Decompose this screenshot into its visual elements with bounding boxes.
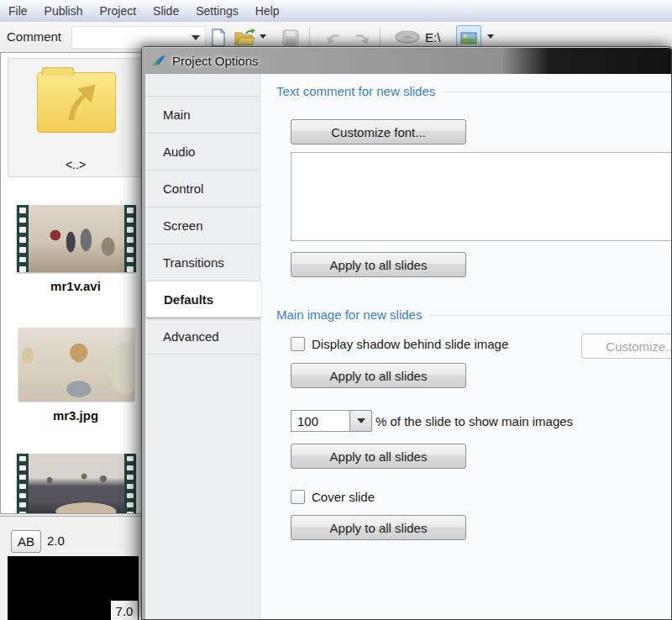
project-options-dialog: Project Options Main Audio Control Scree… <box>141 46 672 620</box>
chevron-down-icon <box>357 418 365 423</box>
menu-settings[interactable]: Settings <box>187 2 247 20</box>
parent-folder-item[interactable]: <..> <box>8 58 144 177</box>
tab-advanced[interactable]: Advanced <box>145 318 260 355</box>
view-dropdown-arrow-icon[interactable] <box>487 34 494 39</box>
redo-button[interactable] <box>349 26 373 49</box>
file-name-label: mr1v.avi <box>1 279 150 293</box>
video-thumbnail-mr1v[interactable] <box>17 205 136 272</box>
video-frame-image <box>29 205 124 272</box>
apply-percent-button[interactable]: Apply to all slides <box>291 444 466 469</box>
app-bird-icon <box>151 53 166 68</box>
comment-combobox[interactable] <box>71 26 206 49</box>
app-window: File Publish Project Slide Settings Help… <box>0 0 672 620</box>
dialog-tab-strip: Main Audio Control Screen Transitions De… <box>145 74 260 619</box>
filmstrip-edge <box>124 205 136 272</box>
customize-shadow-button[interactable]: Customize... <box>581 334 671 359</box>
cover-slide-checkbox-label: Cover slide <box>312 490 375 504</box>
save-button[interactable] <box>279 26 302 49</box>
tab-screen[interactable]: Screen <box>145 207 260 244</box>
menu-bar: File Publish Project Slide Settings Help <box>0 0 672 23</box>
apply-comment-button[interactable]: Apply to all slides <box>291 252 466 277</box>
menu-project[interactable]: Project <box>91 2 144 20</box>
percent-label: % of the slide to show main images <box>375 414 573 428</box>
photo-thumbnail-mr3[interactable] <box>18 328 134 401</box>
shadow-checkbox-row: Display shadow behind slide image <box>291 337 508 351</box>
toolbar-separator <box>380 28 381 47</box>
ab-button[interactable]: AB <box>11 530 41 553</box>
menu-slide[interactable]: Slide <box>144 2 187 20</box>
open-dropdown-arrow-icon[interactable] <box>260 34 266 39</box>
photo-image <box>18 328 134 401</box>
apply-cover-button[interactable]: Apply to all slides <box>291 515 466 540</box>
end-time-value: 7.0 <box>111 601 138 620</box>
section-header-label: Main image for new slides <box>276 307 422 322</box>
comment-label: Comment <box>7 29 61 44</box>
save-floppy-icon <box>282 29 299 46</box>
drive-path-label: E:\ <box>425 30 440 45</box>
section-header-rule <box>443 92 671 92</box>
section-header-rule <box>429 315 671 316</box>
redo-icon <box>352 30 370 45</box>
customize-font-button[interactable]: Customize font... <box>291 119 466 144</box>
new-document-icon <box>210 29 227 47</box>
new-project-button[interactable] <box>207 26 230 49</box>
parent-folder-label: <..> <box>8 158 143 171</box>
text-comment-section-header: Text comment for new slides <box>276 84 671 98</box>
drive-icon <box>394 29 421 46</box>
tab-transitions[interactable]: Transitions <box>145 244 260 281</box>
toolbar-separator <box>309 28 310 47</box>
file-list-panel: <..> mr1v.avi mr3.jpg <box>0 52 150 514</box>
filmstrip-edge <box>17 205 29 272</box>
video-frame-image <box>29 454 124 514</box>
comment-text-area[interactable] <box>291 152 671 241</box>
video-thumbnail[interactable] <box>17 454 136 514</box>
dialog-title-bar[interactable]: Project Options <box>142 47 671 73</box>
menu-help[interactable]: Help <box>247 2 288 20</box>
drive-button[interactable] <box>393 26 422 49</box>
tab-defaults[interactable]: Defaults <box>145 281 261 318</box>
filmstrip-edge <box>124 454 136 514</box>
menu-file[interactable]: File <box>0 2 36 20</box>
open-project-button[interactable] <box>234 26 255 49</box>
percent-combobox[interactable]: 100 <box>291 410 372 432</box>
timeline-panel: AB 2.0 7.0 <box>0 516 150 620</box>
dialog-content: Text comment for new slides Customize fo… <box>260 74 671 619</box>
file-name-label: mr3.jpg <box>1 408 150 423</box>
folder-up-icon <box>37 72 116 133</box>
percent-value: 100 <box>291 410 349 432</box>
percent-dropdown-button[interactable] <box>349 410 372 432</box>
dialog-body: Main Audio Control Screen Transitions De… <box>145 74 671 619</box>
start-time-value: 2.0 <box>47 533 65 548</box>
dialog-title: Project Options <box>172 54 259 68</box>
chevron-down-icon <box>192 35 200 40</box>
shadow-checkbox[interactable] <box>291 337 305 351</box>
tab-audio[interactable]: Audio <box>145 133 260 170</box>
apply-shadow-button[interactable]: Apply to all slides <box>291 363 466 388</box>
image-icon <box>460 32 477 45</box>
undo-button[interactable] <box>323 26 346 49</box>
menu-publish[interactable]: Publish <box>36 2 92 20</box>
cover-slide-checkbox[interactable] <box>291 490 305 504</box>
main-image-section-header: Main image for new slides <box>276 307 671 322</box>
open-folder-icon <box>234 29 255 47</box>
shadow-checkbox-label: Display shadow behind slide image <box>312 337 508 351</box>
filmstrip-edge <box>17 454 29 514</box>
waveform-preview: 7.0 <box>8 556 139 620</box>
tab-control[interactable]: Control <box>145 170 260 207</box>
cover-slide-checkbox-row: Cover slide <box>291 490 375 504</box>
undo-icon <box>325 30 344 45</box>
section-header-label: Text comment for new slides <box>276 84 435 98</box>
tab-main[interactable]: Main <box>145 96 260 133</box>
